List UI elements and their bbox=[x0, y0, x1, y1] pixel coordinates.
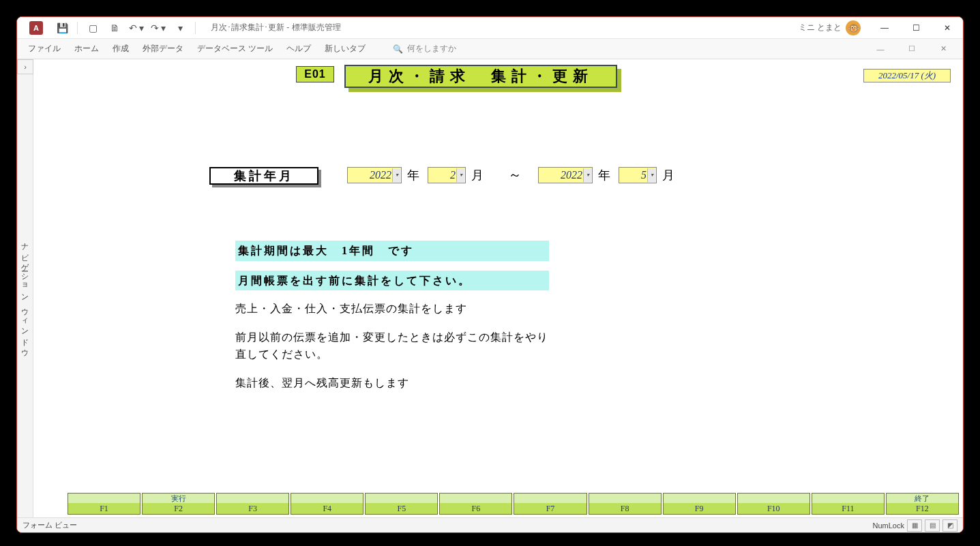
titlebar: A 💾 ▢ 🗎 ↶ ▾ ↷ ▾ ▾ 月次･請求集計･更新 - 標準販売管理 ミニ… bbox=[17, 17, 963, 39]
chevron-down-icon: ▾ bbox=[647, 168, 655, 182]
fkey-f10[interactable]: F10 bbox=[737, 493, 810, 515]
separator bbox=[77, 22, 78, 34]
info-line-2: 前月以前の伝票を追加・変更したときは必ずこの集計をやり直してください。 bbox=[235, 329, 549, 363]
qat-button-1[interactable]: ▢ bbox=[85, 20, 101, 36]
numlock-indicator: NumLock bbox=[873, 521, 904, 530]
user-avatar-icon[interactable]: 🐵 bbox=[846, 20, 861, 35]
mdi-minimize-button[interactable]: — bbox=[865, 39, 896, 59]
from-month-combo[interactable]: 2 ▾ bbox=[428, 167, 466, 183]
fkey-f1[interactable]: F1 bbox=[68, 493, 140, 515]
info-highlight-1: 集計期間は最大 1年間 です bbox=[235, 241, 549, 261]
view-design-icon[interactable]: ◩ bbox=[942, 519, 957, 532]
search-icon: 🔍 bbox=[393, 44, 403, 54]
navigation-pane[interactable]: ナビゲーション ウィンドウ bbox=[17, 74, 33, 517]
fkey-f5[interactable]: F5 bbox=[365, 493, 438, 515]
access-app-icon: A bbox=[29, 21, 43, 35]
info-line-3: 集計後、翌月へ残高更新もします bbox=[235, 374, 549, 392]
mdi-close-button[interactable]: ✕ bbox=[927, 39, 959, 59]
minimize-button[interactable]: — bbox=[869, 17, 900, 39]
chevron-down-icon: ▾ bbox=[583, 168, 591, 182]
ribbon-tab-help[interactable]: ヘルプ bbox=[280, 40, 318, 57]
nav-pane-label: ナビゲーション ウィンドウ bbox=[20, 238, 30, 354]
save-icon[interactable]: 💾 bbox=[54, 20, 70, 36]
maximize-button[interactable]: ☐ bbox=[900, 17, 932, 39]
info-text-block: 集計期間は最大 1年間 です 月間帳票を出す前に集計をして下さい。 売上・入金・… bbox=[235, 241, 549, 403]
period-input-row: 2022 ▾ 年 2 ▾ 月 ～ 2022 ▾ 年 5 ▾ bbox=[347, 166, 683, 184]
fkey-f4[interactable]: F4 bbox=[291, 493, 363, 515]
tell-me-search[interactable]: 🔍 何をしますか bbox=[393, 43, 456, 55]
close-button[interactable]: ✕ bbox=[932, 17, 963, 39]
to-year-value: 2022 bbox=[561, 169, 582, 181]
fkey-f2-execute[interactable]: 実行F2 bbox=[142, 493, 215, 515]
info-line-1: 売上・入金・仕入・支払伝票の集計をします bbox=[235, 300, 549, 318]
qat-button-2[interactable]: 🗎 bbox=[106, 20, 123, 36]
ribbon-tab-home[interactable]: ホーム bbox=[68, 40, 106, 57]
form-code-label: E01 bbox=[296, 66, 334, 82]
info-highlight-2: 月間帳票を出す前に集計をして下さい。 bbox=[235, 271, 549, 291]
ribbon-tab-create[interactable]: 作成 bbox=[106, 40, 136, 57]
to-month-combo[interactable]: 5 ▾ bbox=[619, 167, 657, 183]
year-unit: 年 bbox=[407, 167, 419, 183]
period-label: 集計年月 bbox=[209, 167, 318, 185]
page-title: 月次・請求 集計・更新 bbox=[344, 65, 617, 88]
qat-customize-icon[interactable]: ▾ bbox=[172, 20, 188, 36]
ribbon: ファイル ホーム 作成 外部データ データベース ツール ヘルプ 新しいタブ 🔍… bbox=[17, 39, 963, 59]
current-date-display: 2022/05/17 (火) bbox=[863, 69, 951, 82]
fkey-f6[interactable]: F6 bbox=[439, 493, 512, 515]
range-separator: ～ bbox=[508, 166, 522, 184]
form-body: E01 月次・請求 集計・更新 2022/05/17 (火) 集計年月 2022… bbox=[33, 59, 963, 517]
search-placeholder: 何をしますか bbox=[407, 43, 456, 55]
from-year-value: 2022 bbox=[370, 169, 391, 181]
year-unit: 年 bbox=[598, 167, 610, 183]
undo-icon[interactable]: ↶ ▾ bbox=[128, 20, 145, 36]
from-month-value: 2 bbox=[450, 169, 456, 181]
content-area: › ナビゲーション ウィンドウ E01 月次・請求 集計・更新 2022/05/… bbox=[17, 59, 963, 517]
from-year-combo[interactable]: 2022 ▾ bbox=[347, 167, 402, 183]
fkey-f8[interactable]: F8 bbox=[589, 493, 662, 515]
status-left-text: フォーム ビュー bbox=[23, 520, 77, 530]
to-year-combo[interactable]: 2022 ▾ bbox=[538, 167, 593, 183]
window-title: 月次･請求集計･更新 - 標準販売管理 bbox=[211, 22, 341, 33]
view-datasheet-icon[interactable]: ▤ bbox=[925, 519, 940, 532]
to-month-value: 5 bbox=[641, 169, 647, 181]
statusbar: フォーム ビュー NumLock ▦ ▤ ◩ bbox=[17, 517, 963, 532]
app-window: A 💾 ▢ 🗎 ↶ ▾ ↷ ▾ ▾ 月次･請求集計･更新 - 標準販売管理 ミニ… bbox=[16, 16, 964, 533]
form-header: E01 月次・請求 集計・更新 2022/05/17 (火) bbox=[33, 65, 963, 92]
fkey-f11[interactable]: F11 bbox=[812, 493, 885, 515]
chevron-down-icon: ▾ bbox=[456, 168, 464, 182]
ribbon-tab-externaldata[interactable]: 外部データ bbox=[136, 40, 190, 57]
month-unit: 月 bbox=[662, 167, 674, 183]
ribbon-tab-file[interactable]: ファイル bbox=[21, 40, 68, 57]
ribbon-tab-newtab[interactable]: 新しいタブ bbox=[318, 40, 372, 57]
nav-pane-toggle[interactable]: › bbox=[17, 59, 33, 74]
ribbon-tab-dbtools[interactable]: データベース ツール bbox=[190, 40, 280, 57]
fkey-f7[interactable]: F7 bbox=[514, 493, 586, 515]
fkey-f9[interactable]: F9 bbox=[663, 493, 736, 515]
redo-icon[interactable]: ↷ ▾ bbox=[150, 20, 166, 36]
fkey-f12-exit[interactable]: 終了F12 bbox=[886, 493, 959, 515]
view-form-icon[interactable]: ▦ bbox=[907, 519, 922, 532]
separator bbox=[195, 22, 196, 34]
fkey-f3[interactable]: F3 bbox=[216, 493, 289, 515]
function-key-bar: F1 実行F2 F3 F4 F5 F6 F7 F8 F9 F10 F11 終了F… bbox=[68, 493, 959, 515]
chevron-down-icon: ▾ bbox=[392, 168, 400, 182]
mdi-restore-button[interactable]: ☐ bbox=[896, 39, 927, 59]
month-unit: 月 bbox=[471, 167, 484, 183]
user-name-label: ミニ とまと bbox=[799, 22, 842, 33]
